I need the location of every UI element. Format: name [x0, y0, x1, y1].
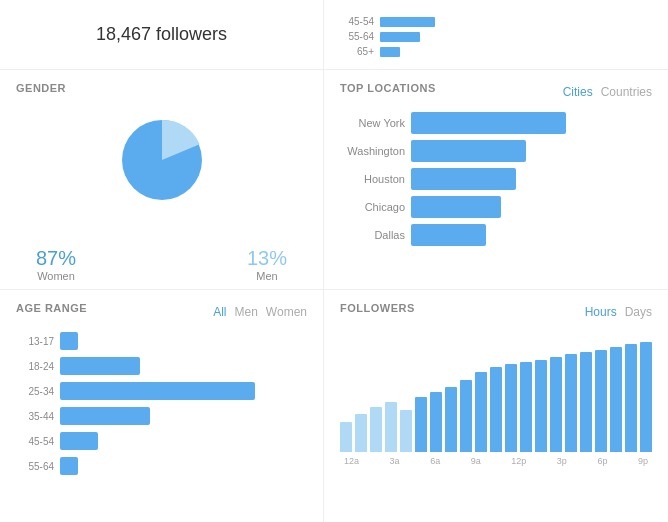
location-name: Chicago — [340, 201, 405, 213]
x-axis-label: 9a — [471, 456, 481, 466]
age-range-label: 25-34 — [16, 386, 54, 397]
chart-bar-col — [445, 387, 457, 452]
men-pct: 13% — [247, 247, 287, 270]
age-bar-top-row: 65+ — [344, 46, 648, 57]
gender-section: GENDER 87% Women 13% Men — [0, 70, 324, 290]
chart-bar — [550, 357, 562, 452]
filter-all[interactable]: All — [213, 305, 226, 319]
chart-bar — [475, 372, 487, 452]
x-axis-label: 9p — [638, 456, 648, 466]
age-range-header: AGE RANGE All Men Women — [16, 302, 307, 322]
location-name: New York — [340, 117, 405, 129]
x-axis-label: 12a — [344, 456, 359, 466]
pie-chart-svg — [112, 110, 212, 210]
chart-bar — [370, 407, 382, 452]
age-label-sm: 55-64 — [344, 31, 374, 42]
chart-bar — [580, 352, 592, 452]
location-row: Houston — [340, 168, 652, 190]
chart-bar-col — [490, 367, 502, 452]
chart-bar-col — [580, 352, 592, 452]
location-name: Washington — [340, 145, 405, 157]
dashboard: 18,467 followers 45-54 55-64 65+ GENDER — [0, 0, 668, 522]
gender-title: GENDER — [16, 82, 307, 94]
chart-bar-col — [430, 392, 442, 452]
x-axis-label: 3a — [390, 456, 400, 466]
locations-title: TOP LOCATIONS — [340, 82, 436, 94]
location-bar — [411, 224, 486, 246]
filter-men[interactable]: Men — [235, 305, 258, 319]
age-bar-sm — [380, 17, 435, 27]
locations-header: TOP LOCATIONS Cities Countries — [340, 82, 652, 102]
age-label-sm: 45-54 — [344, 16, 374, 27]
location-bars: New York Washington Houston Chicago Dall… — [340, 112, 652, 246]
locations-section: TOP LOCATIONS Cities Countries New York … — [324, 70, 668, 290]
chart-bar-col — [340, 422, 352, 452]
age-bar-top-row: 45-54 — [344, 16, 648, 27]
chart-bar — [340, 422, 352, 452]
age-range-row: 45-54 — [16, 432, 307, 450]
followers-header: 18,467 followers — [0, 0, 324, 70]
gender-content: 87% Women 13% Men — [16, 102, 307, 282]
location-bar — [411, 196, 501, 218]
chart-bar — [610, 347, 622, 452]
chart-bar-col — [595, 350, 607, 452]
age-range-section: AGE RANGE All Men Women 13-17 18-24 25-3… — [0, 290, 324, 522]
location-row: Washington — [340, 140, 652, 162]
chart-bar-col — [475, 372, 487, 452]
location-row: Chicago — [340, 196, 652, 218]
chart-bar-col — [400, 410, 412, 452]
women-label: Women — [37, 270, 75, 282]
chart-bar-col — [535, 360, 547, 452]
location-row: Dallas — [340, 224, 652, 246]
location-name: Dallas — [340, 229, 405, 241]
chart-bar-col — [565, 354, 577, 452]
chart-bar — [625, 344, 637, 452]
followers-count: 18,467 followers — [96, 24, 227, 45]
chart-bar-col — [640, 342, 652, 452]
age-range-title: AGE RANGE — [16, 302, 87, 314]
age-range-row: 18-24 — [16, 357, 307, 375]
x-axis-label: 3p — [557, 456, 567, 466]
chart-bar — [640, 342, 652, 452]
age-main-bars: 13-17 18-24 25-34 35-44 45-54 55-64 — [16, 332, 307, 475]
chart-bar — [505, 364, 517, 452]
age-range-label: 13-17 — [16, 336, 54, 347]
chart-bar-col — [385, 402, 397, 452]
age-main-bar — [60, 407, 150, 425]
location-bar — [411, 112, 566, 134]
followers-tabs: Hours Days — [585, 305, 652, 319]
chart-bar — [445, 387, 457, 452]
chart-bar-col — [370, 407, 382, 452]
chart-bar-col — [520, 362, 532, 452]
age-main-bar — [60, 382, 255, 400]
tab-cities[interactable]: Cities — [563, 85, 593, 99]
chart-bar — [535, 360, 547, 452]
age-main-bar — [60, 357, 140, 375]
age-range-row: 13-17 — [16, 332, 307, 350]
locations-tabs: Cities Countries — [563, 85, 652, 99]
tab-hours[interactable]: Hours — [585, 305, 617, 319]
women-pct: 87% — [36, 247, 76, 270]
chart-bar — [490, 367, 502, 452]
chart-bar-col — [505, 364, 517, 452]
chart-bar-col — [550, 357, 562, 452]
men-stat: 13% Men — [247, 247, 287, 282]
tab-countries[interactable]: Countries — [601, 85, 652, 99]
chart-bar-col — [415, 397, 427, 452]
x-axis-label: 12p — [511, 456, 526, 466]
age-label-sm: 65+ — [344, 46, 374, 57]
age-main-bar — [60, 457, 78, 475]
location-row: New York — [340, 112, 652, 134]
age-bars-top: 45-54 55-64 65+ — [336, 12, 656, 61]
age-bar-sm — [380, 47, 400, 57]
x-axis-label: 6p — [597, 456, 607, 466]
followers-section: FOLLOWERS Hours Days 12a3a6a9a12p3p6p9p — [324, 290, 668, 522]
chart-bar — [595, 350, 607, 452]
followers-title: FOLLOWERS — [340, 302, 415, 314]
pie-chart-container — [112, 110, 212, 210]
age-filter-group: All Men Women — [213, 305, 307, 319]
age-range-label: 35-44 — [16, 411, 54, 422]
tab-days[interactable]: Days — [625, 305, 652, 319]
location-bar — [411, 168, 516, 190]
filter-women[interactable]: Women — [266, 305, 307, 319]
